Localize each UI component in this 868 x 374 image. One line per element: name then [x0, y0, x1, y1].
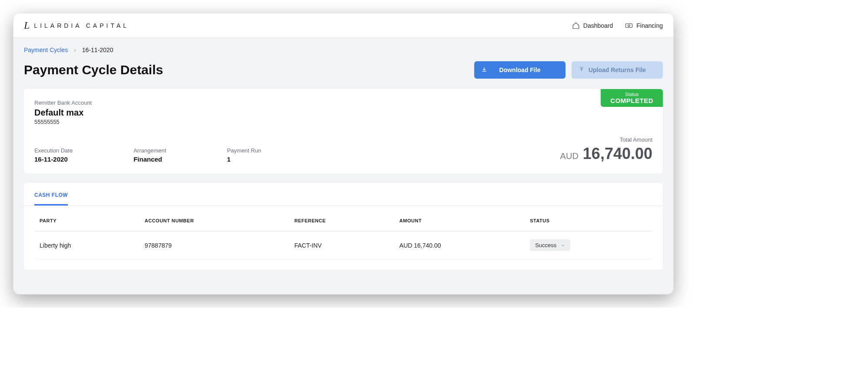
tab-cash-flow[interactable]: CASH FLOW	[34, 192, 68, 205]
topnav: Dashboard Financing	[572, 22, 663, 30]
table-header-row: PARTY ACCOUNT NUMBER REFERENCE AMOUNT ST…	[34, 210, 652, 232]
col-account-number: ACCOUNT NUMBER	[140, 210, 289, 232]
total-amount-value: 16,740.00	[583, 145, 652, 163]
brand-logo-icon: L	[24, 20, 30, 31]
summary-card: Status COMPLETED Remitter Bank Account D…	[24, 89, 663, 173]
payment-run-label: Payment Run	[227, 147, 261, 154]
cell-amount: AUD 16,740.00	[394, 232, 525, 259]
execution-date-label: Execution Date	[34, 147, 73, 154]
arrangement-field: Arrangement Financed	[133, 147, 166, 163]
cell-account-number: 97887879	[140, 232, 289, 259]
nav-dashboard[interactable]: Dashboard	[572, 22, 613, 30]
execution-date-value: 16-11-2020	[34, 156, 73, 163]
brand: L LILARDIA CAPITAL	[24, 20, 129, 31]
total-amount-label: Total Amount	[560, 136, 652, 143]
chevron-down-icon	[561, 243, 565, 248]
cell-reference: FACT-INV	[289, 232, 394, 259]
breadcrumb-current: 16-11-2020	[82, 46, 113, 53]
payment-run-value: 1	[227, 156, 261, 163]
nav-financing[interactable]: Financing	[625, 22, 663, 30]
home-icon	[572, 22, 580, 30]
total-currency: AUD	[560, 151, 579, 161]
execution-date-field: Execution Date 16-11-2020	[34, 147, 73, 163]
upload-returns-button[interactable]: Upload Returns File	[572, 61, 663, 79]
col-status: STATUS	[525, 210, 652, 232]
status-badge-label: Status	[610, 92, 653, 97]
cell-party: Liberty high	[34, 232, 140, 259]
payment-run-field: Payment Run 1	[227, 147, 261, 163]
remitter-account: 55555555	[34, 119, 652, 125]
total-amount-block: Total Amount AUD 16,740.00	[560, 136, 652, 163]
nav-financing-label: Financing	[636, 22, 663, 29]
cashflow-card: CASH FLOW PARTY ACCOUNT NUMBER REFERENCE…	[24, 183, 663, 270]
upload-returns-label: Upload Returns File	[589, 66, 646, 73]
upload-icon	[579, 66, 585, 74]
remitter-block: Remitter Bank Account Default max 555555…	[34, 99, 652, 125]
arrangement-value: Financed	[133, 156, 166, 163]
chevron-right-icon: ›	[74, 46, 76, 53]
page-title: Payment Cycle Details	[24, 63, 163, 77]
breadcrumb-root[interactable]: Payment Cycles	[24, 46, 68, 53]
status-badge-value: COMPLETED	[610, 97, 653, 104]
arrangement-label: Arrangement	[133, 147, 166, 154]
col-reference: REFERENCE	[289, 210, 394, 232]
action-buttons: Download File Upload Returns File	[474, 61, 663, 79]
table-wrap: PARTY ACCOUNT NUMBER REFERENCE AMOUNT ST…	[24, 206, 663, 270]
table-row: Liberty high 97887879 FACT-INV AUD 16,74…	[34, 232, 652, 259]
remitter-name: Default max	[34, 108, 652, 118]
download-icon	[481, 66, 487, 74]
remitter-label: Remitter Bank Account	[34, 99, 652, 106]
col-amount: AMOUNT	[394, 210, 525, 232]
nav-dashboard-label: Dashboard	[583, 22, 613, 29]
tabs: CASH FLOW	[24, 183, 663, 206]
summary-left: Execution Date 16-11-2020 Arrangement Fi…	[34, 147, 261, 163]
summary-row: Execution Date 16-11-2020 Arrangement Fi…	[34, 136, 652, 163]
svg-point-1	[628, 24, 630, 26]
status-badge: Status COMPLETED	[601, 89, 663, 107]
content: Payment Cycles › 16-11-2020 Payment Cycl…	[13, 38, 673, 294]
download-file-label: Download File	[499, 66, 541, 73]
row-status-label: Success	[535, 242, 556, 248]
app-window: L LILARDIA CAPITAL Dashboard Financing P…	[13, 13, 674, 295]
download-file-button[interactable]: Download File	[474, 61, 565, 79]
title-row: Payment Cycle Details Download File Uplo…	[24, 61, 663, 79]
row-status-dropdown[interactable]: Success	[530, 239, 570, 251]
cashflow-table: PARTY ACCOUNT NUMBER REFERENCE AMOUNT ST…	[34, 210, 652, 259]
topbar: L LILARDIA CAPITAL Dashboard Financing	[13, 13, 673, 38]
col-party: PARTY	[34, 210, 140, 232]
brand-name: LILARDIA CAPITAL	[34, 22, 129, 29]
money-icon	[625, 22, 633, 30]
svg-rect-0	[626, 23, 632, 27]
breadcrumb: Payment Cycles › 16-11-2020	[24, 46, 663, 53]
